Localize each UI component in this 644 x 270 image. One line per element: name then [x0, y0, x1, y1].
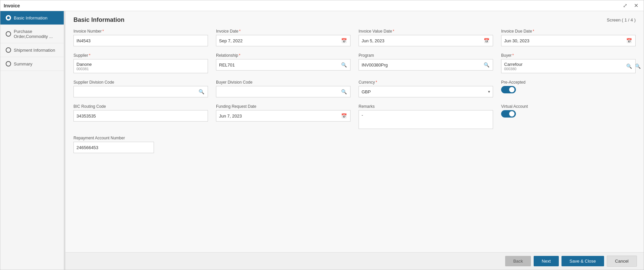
back-button[interactable]: Back — [505, 256, 531, 266]
form-row-4: BIC Routing Code Funding Request Date 📅 — [73, 104, 636, 129]
repayment-account-number-input-wrapper — [73, 142, 154, 153]
buyer-label: Buyer* — [501, 53, 636, 58]
supplier-division-code-input[interactable] — [76, 89, 198, 94]
buyer-sub: 000380 — [504, 67, 517, 71]
sidebar-item-summary[interactable]: Summary — [0, 57, 64, 71]
currency-dropdown-arrow: ▾ — [488, 89, 490, 94]
remarks-label: Remarks — [359, 104, 493, 109]
invoice-due-date-field: Invoice Due Date* 📅 — [501, 29, 636, 46]
invoice-value-date-field: Invoice Value Date* 📅 — [359, 29, 493, 46]
sidebar-item-purchase-order[interactable]: Purchase Order,Commodity ... — [0, 25, 64, 43]
remarks-input-wrapper: - — [359, 110, 493, 129]
cancel-button[interactable]: Cancel — [607, 256, 637, 267]
currency-select[interactable]: GBP USD EUR — [362, 89, 488, 94]
buyer-field: Buyer* Carrefour 000380 🔍 — [501, 53, 636, 73]
sidebar-item-shipment[interactable]: Shipment Information — [0, 43, 64, 57]
sidebar-circle-basic — [6, 15, 11, 20]
main-content: Basic Information Purchase Order,Commodi… — [0, 11, 644, 270]
invoice-due-date-calendar-icon[interactable]: 📅 — [626, 37, 633, 44]
sidebar-label-basic: Basic Information — [14, 15, 47, 20]
remarks-field: Remarks - — [359, 104, 493, 129]
invoice-number-input-wrapper — [73, 35, 208, 46]
pre-accepted-slider — [501, 86, 516, 93]
relationship-input-wrapper: 🔍 — [216, 59, 351, 71]
title-bar-controls: ⤢ ✕ — [621, 2, 640, 9]
invoice-due-date-input[interactable] — [504, 38, 626, 43]
pre-accepted-field: Pre-Accepted — [501, 80, 636, 97]
expand-button[interactable]: ⤢ — [621, 2, 629, 9]
form-row-1: Invoice Number* Invoice Date* 📅 — [73, 29, 636, 46]
supplier-division-code-label: Supplier Division Code — [73, 80, 208, 85]
form-area: Invoice Number* Invoice Date* 📅 — [65, 26, 644, 252]
sidebar-item-basic-information[interactable]: Basic Information — [0, 11, 64, 25]
virtual-account-toggle[interactable] — [501, 110, 516, 118]
relationship-input[interactable] — [219, 62, 340, 68]
program-input-wrapper: 🔍 — [359, 59, 493, 71]
program-search-icon[interactable]: 🔍 — [483, 61, 490, 68]
funding-request-date-input[interactable] — [219, 114, 340, 119]
sidebar-circle-summary — [6, 61, 11, 66]
buyer-input-wrapper: Carrefour 000380 🔍 — [501, 59, 636, 73]
funding-request-date-calendar-icon[interactable]: 📅 — [340, 113, 347, 119]
program-label: Program — [359, 53, 493, 58]
repayment-account-number-input[interactable] — [76, 145, 151, 150]
invoice-due-date-input-wrapper: 📅 — [501, 35, 636, 46]
buyer-division-code-label: Buyer Division Code — [216, 80, 351, 85]
sidebar-label-purchase: Purchase Order,Commodity ... — [14, 29, 58, 39]
pre-accepted-label: Pre-Accepted — [501, 80, 636, 85]
supplier-division-code-input-wrapper: 🔍 — [73, 86, 208, 97]
page-title: Basic Information — [73, 16, 124, 24]
supplier-input-wrapper: Danone 000381 🔍 — [73, 59, 208, 73]
buyer-search-icon[interactable]: 🔍 — [626, 63, 633, 70]
relationship-search-icon[interactable]: 🔍 — [340, 61, 347, 68]
close-button[interactable]: ✕ — [632, 2, 640, 9]
invoice-value-date-calendar-icon[interactable]: 📅 — [483, 37, 490, 44]
pre-accepted-toggle[interactable] — [501, 86, 516, 93]
form-row-3: Supplier Division Code 🔍 Buyer Division … — [73, 80, 636, 97]
invoice-date-field: Invoice Date* 📅 — [216, 29, 351, 46]
remarks-value: - — [362, 113, 363, 118]
supplier-division-code-field: Supplier Division Code 🔍 — [73, 80, 208, 97]
currency-label: Currency* — [359, 80, 493, 85]
invoice-date-input-wrapper: 📅 — [216, 35, 351, 46]
invoice-number-input[interactable] — [76, 38, 205, 43]
invoice-value-date-input[interactable] — [362, 38, 483, 43]
content-area: Basic Information Screen ( 1 / 4 ) Invoi… — [65, 11, 644, 270]
buyer-division-search-icon[interactable]: 🔍 — [340, 88, 347, 95]
bic-routing-code-label: BIC Routing Code — [73, 104, 208, 109]
funding-request-date-input-wrapper: 📅 — [216, 110, 351, 122]
invoice-due-date-label: Invoice Due Date* — [501, 29, 636, 34]
currency-select-wrapper: GBP USD EUR ▾ — [359, 86, 493, 97]
supplier-field: Supplier* Danone 000381 🔍 — [73, 53, 208, 73]
bic-routing-code-input-wrapper — [73, 110, 208, 122]
virtual-account-field: Virtual Account — [501, 104, 636, 129]
supplier-sub: 000381 — [76, 67, 89, 71]
bic-routing-code-input[interactable] — [76, 114, 205, 119]
supplier-label: Supplier* — [73, 53, 208, 58]
supplier-value: Danone — [76, 62, 92, 67]
invoice-date-calendar-icon[interactable]: 📅 — [340, 37, 347, 44]
screen-info: Screen ( 1 / 4 ) — [607, 17, 636, 22]
relationship-field: Relationship* 🔍 — [216, 53, 351, 73]
invoice-date-input[interactable] — [219, 38, 340, 43]
funding-request-date-label: Funding Request Date — [216, 104, 351, 109]
supplier-division-search-icon[interactable]: 🔍 — [198, 88, 205, 95]
currency-field: Currency* GBP USD EUR ▾ — [359, 80, 493, 97]
sidebar-circle-shipment — [6, 47, 11, 53]
buyer-division-code-input[interactable] — [219, 89, 340, 94]
virtual-account-slider — [501, 110, 516, 118]
invoice-number-label: Invoice Number* — [73, 29, 208, 34]
program-field: Program 🔍 — [359, 53, 493, 73]
content-header: Basic Information Screen ( 1 / 4 ) — [65, 11, 644, 26]
invoice-value-date-label: Invoice Value Date* — [359, 29, 493, 34]
next-button[interactable]: Next — [534, 256, 559, 266]
save-close-button[interactable]: Save & Close — [561, 256, 604, 266]
sidebar-circle-purchase — [6, 31, 11, 37]
program-input[interactable] — [362, 62, 483, 68]
repayment-account-number-field: Repayment Account Number — [73, 136, 154, 153]
bic-routing-code-field: BIC Routing Code — [73, 104, 208, 129]
repayment-account-number-label: Repayment Account Number — [73, 136, 154, 140]
form-row-2: Supplier* Danone 000381 🔍 Relationship* — [73, 53, 636, 73]
footer: Back Next Save & Close Cancel — [65, 252, 644, 270]
buyer-division-code-input-wrapper: 🔍 — [216, 86, 351, 97]
